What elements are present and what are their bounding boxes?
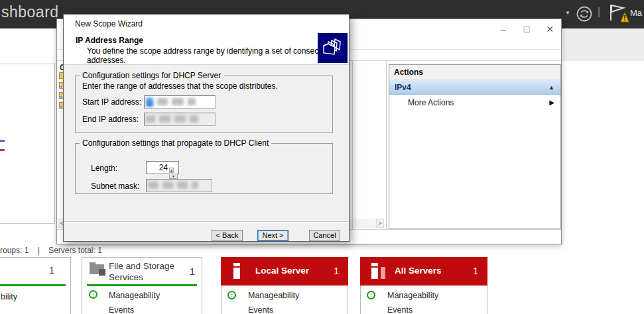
titlebar-separator: | xyxy=(598,6,600,18)
length-value: 24 xyxy=(159,163,168,172)
tile-row-events[interactable]: Events xyxy=(248,305,273,314)
actions-item-more-actions[interactable]: More Actions ▶ xyxy=(389,95,560,110)
file-storage-icon xyxy=(90,264,104,274)
group-legend: Configuration settings for DHCP Server xyxy=(80,71,224,80)
manageability-up-icon: ↑ xyxy=(89,290,97,299)
button-area-divider xyxy=(64,221,349,223)
tile-title: All Servers xyxy=(395,266,442,276)
tile-title: Local Server xyxy=(255,266,309,276)
tile-row-manageability[interactable]: Manageability xyxy=(109,291,160,300)
back-button[interactable]: < Back xyxy=(212,230,243,241)
tile-row-events[interactable]: Events xyxy=(387,305,413,314)
dashboard-toolbar-band xyxy=(562,28,644,61)
tile-header-red[interactable]: Local Server 1 xyxy=(221,257,348,286)
group-dhcp-server-settings: Configuration settings for DHCP Server E… xyxy=(75,71,333,133)
scroll-right-button[interactable]: > xyxy=(376,219,384,228)
pane-divider[interactable] xyxy=(386,60,387,229)
cancel-button[interactable]: Cancel xyxy=(309,230,340,241)
redacted-ip-value xyxy=(146,98,200,107)
manageability-up-icon: ↑ xyxy=(367,291,375,299)
subnet-mask-label: Subnet mask: xyxy=(91,182,139,191)
end-ip-input[interactable] xyxy=(144,113,216,126)
collapse-icon[interactable]: ▲ xyxy=(548,80,554,95)
tile-local-server[interactable]: Local Server 1 ↑ Manageability Events xyxy=(221,257,348,314)
redacted-ip-value xyxy=(146,115,202,124)
wizard-page-description: You define the scope address range by id… xyxy=(87,46,349,65)
screen: shboard ▼ | ! Ma roups: 1 | Serve xyxy=(0,0,644,314)
dashboard-title-fragment: shboard xyxy=(1,3,59,21)
maximize-button[interactable]: □ xyxy=(520,24,533,34)
tile-title-line2: Services xyxy=(109,272,174,283)
servers-icon-overlay xyxy=(381,267,385,279)
start-ip-input[interactable] xyxy=(144,95,216,109)
tile-header-red[interactable]: All Servers 1 xyxy=(360,257,487,286)
range-instruction: Enter the range of addresses that the sc… xyxy=(82,81,278,91)
role-tile-partial[interactable]: 1 bility xyxy=(0,257,71,314)
actions-pane: Actions IPv4 ▲ More Actions ▶ xyxy=(389,64,561,229)
tile-file-storage-services[interactable]: File and Storage Services 1 ↑ Manageabil… xyxy=(82,257,202,314)
submenu-expand-icon: ▶ xyxy=(549,95,554,110)
wizard-page-heading: IP Address Range xyxy=(76,36,143,45)
actions-group-label: IPv4 xyxy=(395,83,411,92)
actions-group-ipv4[interactable]: IPv4 ▲ xyxy=(389,80,560,95)
new-scope-wizard-dialog: New Scope Wizard IP Address Range You de… xyxy=(63,14,350,242)
refresh-icon[interactable] xyxy=(576,5,593,23)
tile-all-servers[interactable]: All Servers 1 ↑ Manageability Events xyxy=(360,257,487,314)
tile-title-line1: File and Storage xyxy=(109,260,174,272)
spin-down-button[interactable]: ▼ xyxy=(169,174,178,179)
redacted-subnet-value xyxy=(148,182,202,190)
actions-item-label: More Actions xyxy=(408,98,454,107)
tile-count: 1 xyxy=(190,266,195,277)
svg-text:!: ! xyxy=(623,15,625,22)
tile-row-fragment[interactable]: bility xyxy=(1,292,17,301)
manage-menu-fragment[interactable]: Ma xyxy=(630,8,642,18)
close-button[interactable]: ✕ xyxy=(543,24,556,34)
group-dhcp-client-settings: Configuration settings that propagate to… xyxy=(75,138,333,194)
length-spinner[interactable]: 24 ▲ ▼ xyxy=(146,161,179,174)
subnet-mask-input[interactable] xyxy=(146,179,212,192)
servers-icon xyxy=(371,263,378,279)
servers-total-status: roups: 1 | Servers total: 1 xyxy=(0,246,102,255)
tile-count: 1 xyxy=(473,266,478,276)
tile-row-manageability[interactable]: Manageability xyxy=(248,291,299,300)
dhcp-wizard-icon xyxy=(318,33,348,63)
minimize-button[interactable]: – xyxy=(497,24,510,34)
notification-flag-icon[interactable]: ! xyxy=(608,3,630,26)
tile-row-manageability[interactable]: Manageability xyxy=(387,291,438,300)
end-ip-label: End IP address: xyxy=(82,115,139,124)
server-icon xyxy=(233,263,240,279)
wizard-header: New Scope Wizard IP Address Range You de… xyxy=(64,15,349,65)
start-ip-label: Start IP address: xyxy=(82,97,141,107)
group-legend: Configuration settings that propagate to… xyxy=(80,138,271,148)
actions-pane-header: Actions xyxy=(389,65,560,79)
pane-divider[interactable] xyxy=(352,60,353,229)
dashboard-link-fragment[interactable] xyxy=(0,140,5,142)
manageability-up-icon: ↑ xyxy=(227,291,236,299)
length-label: Length: xyxy=(91,164,117,173)
wizard-window-title: New Scope Wizard xyxy=(75,19,143,28)
chevron-down-icon[interactable]: ▼ xyxy=(565,10,570,16)
tile-count: 1 xyxy=(49,264,54,276)
tile-status-line xyxy=(0,284,66,286)
spin-up-button[interactable]: ▲ xyxy=(169,168,174,173)
tile-status-line xyxy=(87,284,197,286)
next-button[interactable]: Next > xyxy=(257,230,289,241)
tile-row-events[interactable]: Events xyxy=(109,305,134,314)
tile-count: 1 xyxy=(334,266,339,276)
dashboard-link-fragment[interactable] xyxy=(0,149,5,151)
welcome-tile-partial xyxy=(0,64,55,224)
